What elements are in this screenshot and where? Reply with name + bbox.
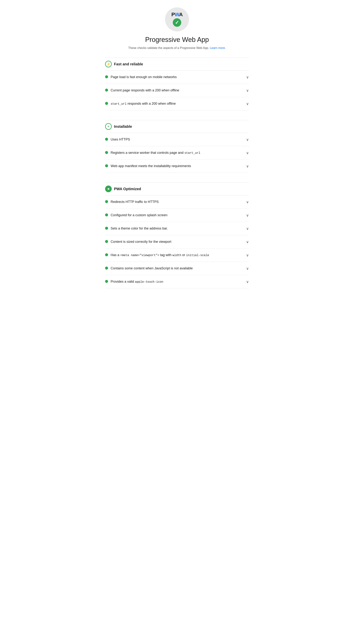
status-dot-splash-screen	[105, 214, 108, 216]
start-url-code-2: start_url	[184, 152, 200, 155]
section-fast-reliable: ⚡ Fast and reliable Page load is fast en…	[105, 58, 249, 110]
check-label-offline-200: Current page responds with a 200 when of…	[111, 88, 244, 93]
check-label-theme-color: Sets a theme color for the address bar.	[111, 226, 244, 231]
chevron-theme-color: ∨	[246, 226, 249, 231]
fast-reliable-icon: ⚡	[105, 61, 112, 68]
chevron-offline-200: ∨	[246, 88, 249, 93]
check-label-viewport-meta: Has a <meta name="viewport"> tag with wi…	[111, 252, 244, 258]
section-header-pwa-optimized: ★ PWA Optimized	[105, 182, 249, 195]
check-label-splash-screen: Configured for a custom splash screen	[111, 213, 244, 218]
plus-icon: +	[107, 124, 110, 128]
section-pwa-optimized: ★ PWA Optimized Redirects HTTP traffic t…	[105, 182, 249, 288]
check-item-viewport-sized[interactable]: Content is sized correctly for the viewp…	[105, 235, 249, 248]
installable-title: Installable	[114, 124, 132, 129]
check-item-start-url-offline[interactable]: start_url responds with a 200 when offli…	[105, 97, 249, 110]
lightning-icon: ⚡	[106, 62, 110, 66]
meta-viewport-code: <meta name="viewport">	[120, 254, 159, 257]
installable-icon: +	[105, 123, 112, 130]
chevron-viewport-meta: ∨	[246, 253, 249, 258]
description-text: These checks validate the aspects of a P…	[128, 46, 209, 50]
start-url-code: start_url	[111, 102, 127, 106]
chevron-https-redirect: ∨	[246, 200, 249, 204]
pwa-logo: PWA	[165, 8, 189, 32]
status-dot-theme-color	[105, 227, 108, 230]
status-dot-offline-200	[105, 88, 108, 92]
status-dot-https-redirect	[105, 200, 108, 203]
check-item-apple-touch-icon[interactable]: Provides a valid apple-touch-icon ∨	[105, 275, 249, 288]
check-item-service-worker[interactable]: Registers a service worker that controls…	[105, 146, 249, 160]
status-dot-uses-https	[105, 138, 108, 141]
status-dot-start-url-offline	[105, 102, 108, 105]
check-item-theme-color[interactable]: Sets a theme color for the address bar. …	[105, 222, 249, 235]
status-dot-fast-mobile	[105, 75, 108, 78]
status-dot-no-js-content	[105, 266, 108, 270]
check-item-no-js-content[interactable]: Contains some content when JavaScript is…	[105, 262, 249, 275]
status-dot-service-worker	[105, 151, 108, 154]
check-item-manifest[interactable]: Web app manifest meets the installabilit…	[105, 160, 249, 173]
check-label-uses-https: Uses HTTPS	[111, 137, 244, 142]
chevron-apple-touch-icon: ∨	[246, 280, 249, 284]
check-label-viewport-sized: Content is sized correctly for the viewp…	[111, 239, 244, 244]
check-label-manifest: Web app manifest meets the installabilit…	[111, 164, 244, 168]
chevron-no-js-content: ∨	[246, 266, 249, 271]
check-label-start-url-offline: start_url responds with a 200 when offli…	[111, 101, 244, 106]
pwa-optimized-title: PWA Optimized	[114, 187, 141, 191]
check-label-fast-mobile: Page load is fast enough on mobile netwo…	[111, 74, 244, 80]
star-icon: ★	[107, 187, 110, 190]
initial-scale-code: initial-scale	[186, 254, 209, 257]
status-dot-viewport-sized	[105, 240, 108, 243]
learn-more-link[interactable]: Learn more	[210, 46, 225, 50]
check-item-https-redirect[interactable]: Redirects HTTP traffic to HTTPS ∨	[105, 195, 249, 209]
apple-touch-icon-code: apple-touch-icon	[135, 280, 163, 284]
status-dot-viewport-meta	[105, 253, 108, 256]
check-item-splash-screen[interactable]: Configured for a custom splash screen ∨	[105, 209, 249, 222]
width-code: width	[173, 254, 181, 257]
chevron-viewport-sized: ∨	[246, 240, 249, 244]
status-dot-manifest	[105, 164, 108, 167]
page-title: Progressive Web App	[105, 36, 249, 44]
check-label-no-js-content: Contains some content when JavaScript is…	[111, 266, 244, 271]
pwa-logo-text: PWA	[172, 12, 183, 17]
section-header-fast-reliable: ⚡ Fast and reliable	[105, 58, 249, 70]
check-item-uses-https[interactable]: Uses HTTPS ∨	[105, 133, 249, 146]
spacer-1	[105, 116, 249, 120]
section-header-installable: + Installable	[105, 120, 249, 133]
check-item-fast-mobile[interactable]: Page load is fast enough on mobile netwo…	[105, 70, 249, 84]
chevron-start-url-offline: ∨	[246, 102, 249, 106]
status-dot-apple-touch-icon	[105, 280, 108, 283]
chevron-service-worker: ∨	[246, 151, 249, 155]
chevron-fast-mobile: ∨	[246, 75, 249, 80]
check-item-viewport-meta[interactable]: Has a <meta name="viewport"> tag with wi…	[105, 248, 249, 262]
section-installable: + Installable Uses HTTPS ∨ Registers a s…	[105, 120, 249, 173]
check-label-apple-touch-icon: Provides a valid apple-touch-icon	[111, 279, 244, 284]
chevron-manifest: ∨	[246, 164, 249, 168]
fast-reliable-title: Fast and reliable	[114, 62, 143, 66]
spacer-2	[105, 179, 249, 182]
chevron-splash-screen: ∨	[246, 213, 249, 218]
page-header: PWA Progressive Web App These checks val…	[105, 8, 249, 50]
check-item-offline-200[interactable]: Current page responds with a 200 when of…	[105, 84, 249, 97]
pwa-checkmark	[173, 18, 181, 27]
chevron-uses-https: ∨	[246, 137, 249, 142]
pwa-optimized-icon: ★	[105, 186, 112, 192]
check-label-service-worker: Registers a service worker that controls…	[111, 150, 244, 155]
page-description: These checks validate the aspects of a P…	[105, 46, 249, 50]
check-label-https-redirect: Redirects HTTP traffic to HTTPS	[111, 200, 244, 204]
